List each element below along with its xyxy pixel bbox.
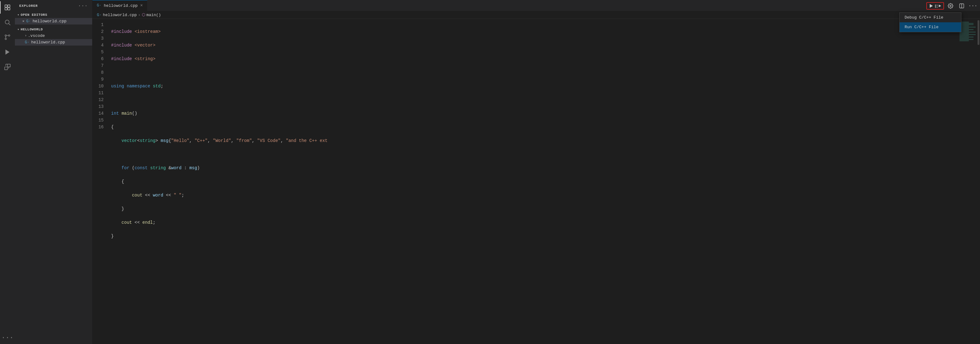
line-num-14: 14 [95,110,103,117]
activity-explorer[interactable] [1,1,14,14]
activity-extensions[interactable] [1,61,14,73]
sidebar-filename: helloworld.cpp [31,40,65,44]
activity-source-control[interactable] [1,31,14,43]
svg-point-7 [8,35,10,36]
code-line-7: int main() [111,110,956,117]
svg-rect-1 [8,5,10,7]
code-line-12: { [111,178,956,185]
line-num-15: 15 [95,117,103,124]
line-num-10: 10 [95,83,103,90]
code-line-1: #include <iostream> [111,28,956,35]
more-actions-label: ··· [969,3,977,9]
tab-bar: G· helloworld.cpp × [92,0,980,11]
run-button[interactable] [926,2,944,10]
minimap-line [959,36,974,38]
tab-file-icon: G· [97,3,101,8]
helloworld-label: HELLOWORLD [21,28,43,31]
breadcrumb-fn[interactable]: main() [146,13,161,17]
activity-bar: ··· [0,0,15,344]
editor-area: G· helloworld.cpp × G· helloworld.cpp › … [92,0,980,344]
helloworld-chevron: ▾ [18,28,19,31]
svg-point-4 [5,20,9,24]
sidebar-file-helloworld[interactable]: G· helloworld.cpp [15,39,92,46]
breadcrumb: G· helloworld.cpp › ⬡ main() [92,11,980,19]
svg-point-8 [5,35,6,36]
line-num-3: 3 [95,35,103,42]
code-line-14: } [111,206,956,212]
open-editor-file-helloworld[interactable]: × G· helloworld.cpp [15,18,92,24]
sidebar-title: Explorer [19,4,38,8]
line-num-1: 1 [95,21,103,28]
tab-close-icon[interactable]: × [140,3,143,8]
code-line-4 [111,69,956,76]
line-num-12: 12 [95,97,103,103]
scrollbar[interactable] [977,19,980,344]
scrollbar-thumb[interactable] [977,20,979,45]
svg-line-5 [9,24,10,25]
line-num-7: 7 [95,62,103,69]
code-line-10 [111,151,956,158]
svg-point-6 [5,38,6,40]
activity-search[interactable] [1,16,14,29]
minimap-line [959,38,969,39]
breadcrumb-sep: › [138,13,141,17]
line-num-16: 16 [95,124,103,130]
code-line-3: #include <string> [111,55,956,62]
line-num-8: 8 [95,69,103,76]
open-editors-section[interactable]: ▾ OPEN EDITORS [15,12,92,18]
vscode-folder-name: .vscode [28,33,45,38]
line-num-13: 13 [95,103,103,110]
run-cpp-file-item[interactable]: Run C/C++ File [900,22,961,32]
svg-marker-13 [939,5,941,7]
layout-icon[interactable] [957,1,966,11]
tab-helloworld[interactable]: G· helloworld.cpp × [92,0,147,11]
svg-point-14 [950,5,951,7]
run-cpp-file-label: Run C/C++ File [905,25,939,29]
code-content[interactable]: #include <iostream> #include <vector> #i… [108,19,958,344]
activity-more[interactable]: ··· [1,331,14,344]
code-line-11: for (const string &word : msg) [111,165,956,171]
editor-toolbar: ··· [924,0,980,12]
sidebar-header: Explorer ··· [15,0,92,12]
code-line-2: #include <vector> [111,42,956,49]
line-num-5: 5 [95,49,103,55]
settings-icon[interactable] [946,1,955,11]
code-line-16: } [111,233,956,239]
tab-label: helloworld.cpp [103,3,137,8]
debug-cpp-file-label: Debug C/C++ File [905,15,943,20]
line-num-11: 11 [95,90,103,97]
minimap-line [959,32,976,33]
svg-rect-10 [5,67,8,70]
svg-rect-0 [5,5,7,7]
open-editor-close-icon[interactable]: × [22,19,24,23]
sidebar: Explorer ··· ▾ OPEN EDITORS × G· hellowo… [15,0,92,344]
code-line-13: cout << word << " "; [111,192,956,199]
code-line-6 [111,97,956,103]
open-editor-file-icon: G· [26,19,31,24]
code-editor: 1 2 3 4 5 6 7 8 9 10 11 12 13 14 15 16 #… [92,19,980,344]
more-actions-icon[interactable]: ··· [968,1,977,11]
vscode-folder-chevron: › [25,34,27,38]
activity-run-debug[interactable] [1,46,14,58]
svg-marker-9 [6,49,10,55]
code-line-9: vector<string> msg{"Hello", "C++", "Worl… [111,137,956,144]
vscode-folder[interactable]: › .vscode [15,33,92,39]
minimap-line [959,27,976,28]
svg-rect-11 [8,64,10,67]
breadcrumb-file[interactable]: helloworld.cpp [103,13,137,17]
svg-marker-12 [930,4,933,8]
minimap-line [959,34,976,35]
line-num-4: 4 [95,42,103,49]
sidebar-more-icon[interactable]: ··· [78,3,88,9]
minimap-line [959,35,969,36]
open-editors-label: OPEN EDITORS [21,13,48,17]
line-num-6: 6 [95,55,103,62]
minimap-line [959,23,974,24]
sidebar-file-icon: G· [25,40,29,44]
run-dropdown-menu: Debug C/C++ File Run C/C++ File [899,13,961,32]
helloworld-section[interactable]: ▾ HELLOWORLD [15,26,92,33]
minimap-line [959,33,969,34]
svg-rect-2 [5,8,7,10]
debug-cpp-file-item[interactable]: Debug C/C++ File [900,13,961,22]
minimap-line [959,24,974,25]
